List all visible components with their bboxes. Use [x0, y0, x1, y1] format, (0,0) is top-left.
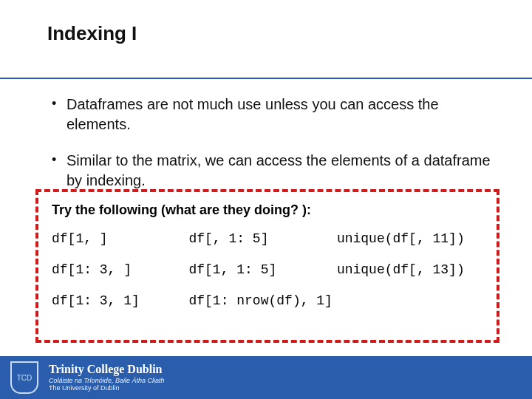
- footer-sub: The University of Dublin: [49, 385, 164, 392]
- bullet-list: Dataframes are not much use unless you c…: [47, 95, 491, 191]
- code-cell: [337, 287, 483, 318]
- code-cell: df[, 1: 5]: [188, 225, 336, 256]
- code-cell: df[1: 3, ]: [52, 256, 188, 287]
- table-row: df[1, ] df[, 1: 5] unique(df[, 11]): [52, 225, 483, 256]
- table-row: df[1: 3, ] df[1, 1: 5] unique(df[, 13]): [52, 256, 483, 287]
- code-cell: unique(df[, 11]): [337, 225, 483, 256]
- code-cell: df[1, 1: 5]: [188, 256, 336, 287]
- footer-bar: TCD Trinity College Dublin Coláiste na T…: [0, 356, 532, 399]
- code-cell: df[1: nrow(df), 1]: [188, 287, 336, 318]
- footer-text: Trinity College Dublin Coláiste na Tríon…: [49, 363, 164, 392]
- crest-icon: TCD: [10, 361, 38, 394]
- code-cell: df[1, ]: [52, 225, 188, 256]
- code-table: df[1, ] df[, 1: 5] unique(df[, 11]) df[1…: [52, 225, 483, 318]
- code-cell: unique(df[, 13]): [337, 256, 483, 287]
- bullet-item: Dataframes are not much use unless you c…: [47, 95, 491, 134]
- title-divider: [0, 78, 532, 79]
- code-cell: df[1: 3, 1]: [52, 287, 188, 318]
- table-row: df[1: 3, 1] df[1: nrow(df), 1]: [52, 287, 483, 318]
- try-title: Try the following (what are they doing? …: [52, 202, 483, 218]
- try-box: Try the following (what are they doing? …: [35, 189, 499, 343]
- footer-institution: Trinity College Dublin: [49, 363, 164, 376]
- slide: Indexing I Dataframes are not much use u…: [0, 0, 532, 399]
- slide-title: Indexing I: [47, 22, 137, 45]
- bullet-item: Similar to the matrix, we can access the…: [47, 151, 491, 191]
